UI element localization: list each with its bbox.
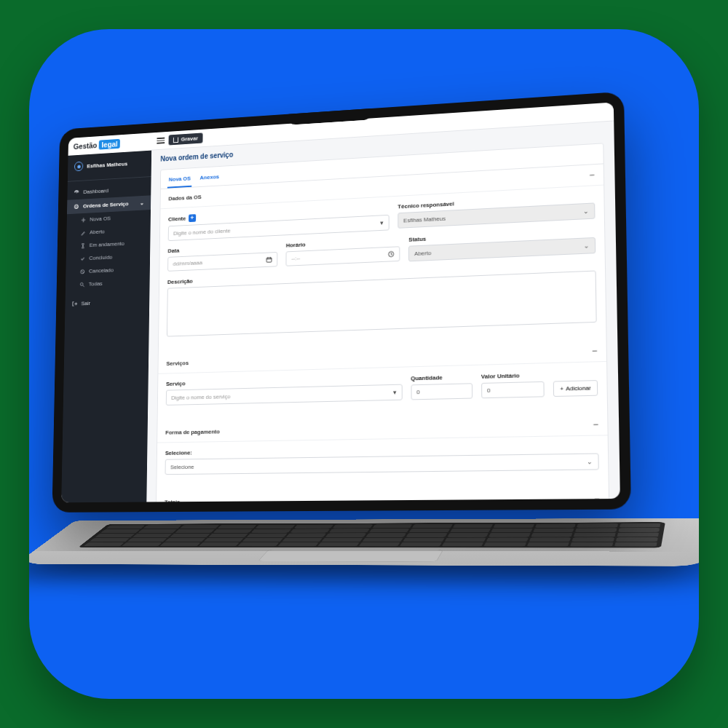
qty-label: Quantidade: [411, 374, 472, 382]
time-placeholder: --:--: [291, 256, 300, 262]
save-button-label: Gravar: [181, 135, 198, 143]
status-value: Aberto: [414, 250, 431, 257]
check-icon: [80, 256, 85, 262]
edit-icon: [81, 230, 86, 236]
avatar-icon: [74, 162, 83, 172]
gauge-icon: [74, 189, 79, 196]
content-scroll: Nova ordem de serviço Nova OS Anexos Dad…: [146, 122, 620, 502]
service-placeholder: Digite o nome do serviço: [171, 393, 230, 401]
tech-label: Técnico responsável: [397, 194, 595, 210]
chevron-down-icon: ⌄: [583, 242, 589, 250]
laptop-trackpad: [258, 550, 444, 562]
section-title: Dados da OS: [168, 194, 201, 202]
tech-value: Esfihas Matheus: [403, 215, 446, 224]
sidebar-item-logout[interactable]: Sair: [65, 294, 149, 312]
brand-text-2: legal: [99, 139, 120, 150]
save-button[interactable]: Gravar: [169, 133, 203, 146]
chevron-down-icon: ▾: [380, 219, 384, 226]
section-title: Totais: [165, 499, 180, 502]
collapse-icon: −: [594, 494, 600, 502]
client-label-text: Cliente: [168, 215, 186, 223]
laptop-screen-frame: Gestão legal Esfihas Matheus Dashboard: [52, 92, 630, 513]
tab-new-os[interactable]: Nova OS: [167, 173, 192, 189]
add-client-button[interactable]: +: [189, 215, 196, 223]
plus-icon: [81, 217, 86, 223]
status-select[interactable]: Aberto ⌄: [408, 237, 596, 261]
svg-point-1: [76, 206, 77, 207]
qty-value: 0: [416, 389, 419, 395]
sidebar-sub-label: Cancelado: [89, 267, 114, 274]
sidebar-sub-label: Aberto: [90, 229, 105, 235]
chevron-down-icon: ▾: [393, 389, 397, 396]
collapse-icon: −: [593, 420, 598, 430]
chevron-down-icon: ⌄: [583, 207, 589, 215]
qty-input[interactable]: 0: [411, 384, 472, 400]
sidebar-item-label: Ordens de Serviço: [83, 201, 129, 210]
sidebar: Gestão legal Esfihas Matheus Dashboard: [61, 133, 151, 503]
laptop-keyboard: [78, 523, 665, 548]
sidebar-sub-all[interactable]: Todas: [66, 275, 150, 292]
logout-icon: [71, 301, 77, 307]
time-input[interactable]: --:--: [286, 247, 400, 267]
clock-icon: [388, 251, 395, 258]
user-name: Esfihas Matheus: [87, 161, 127, 170]
section-title: Serviços: [166, 360, 189, 367]
app-screen: Gestão legal Esfihas Matheus Dashboard: [61, 103, 620, 503]
section-body-os-data: Cliente + Digite o nome do cliente ▾: [159, 186, 606, 354]
section-body-payment: Selecione: Selecione ⌄: [157, 436, 609, 492]
unit-value: 0: [487, 387, 491, 394]
status-label: Status: [408, 228, 596, 243]
svg-rect-4: [266, 258, 272, 262]
chevron-down-icon: ⌄: [587, 458, 593, 466]
hourglass-icon: [80, 243, 85, 249]
payment-select-value: Selecione: [170, 464, 194, 470]
date-input[interactable]: dd/mm/aaaa: [167, 252, 277, 272]
client-placeholder: Digite o nome do cliente: [173, 228, 230, 237]
sidebar-item-label: Sair: [81, 301, 90, 307]
main-card: Nova OS Anexos Dados da OS −: [155, 143, 610, 502]
sidebar-item-label: Dashboard: [83, 188, 108, 195]
unit-label: Valor Unitário: [481, 372, 545, 380]
service-label: Serviço: [166, 375, 402, 387]
tab-attachments[interactable]: Anexos: [199, 171, 221, 187]
sidebar-sub-label: Concluído: [89, 254, 112, 261]
backdrop-card: Gestão legal Esfihas Matheus Dashboard: [29, 29, 699, 699]
brand-text-1: Gestão: [74, 141, 98, 151]
sidebar-sub-label: Todas: [89, 281, 103, 288]
plus-icon: +: [560, 386, 563, 392]
search-icon: [79, 282, 84, 288]
ban-icon: [80, 269, 85, 274]
save-icon: [173, 137, 178, 143]
sidebar-nav: Dashboard Ordens de Serviço ⌄ Nova OS: [65, 177, 151, 312]
gears-icon: [74, 204, 79, 210]
chevron-down-icon: ⌄: [140, 200, 144, 207]
collapse-icon: −: [589, 171, 594, 180]
service-input[interactable]: Digite o nome do serviço ▾: [166, 384, 403, 405]
collapse-icon: −: [592, 347, 597, 356]
main-area: Gravar Nova ordem de serviço Nova OS Ane…: [146, 103, 620, 502]
calendar-icon: [266, 256, 272, 263]
laptop-base: [29, 518, 699, 566]
sidebar-sub-label: Em andamento: [90, 241, 124, 249]
add-button-label: Adicionar: [566, 385, 591, 392]
date-placeholder: dd/mm/aaaa: [173, 260, 202, 267]
sidebar-sub-label: Nova OS: [90, 215, 111, 223]
section-title: Forma de pagamento: [165, 428, 220, 435]
add-service-button[interactable]: + Adicionar: [553, 380, 598, 397]
payment-select[interactable]: Selecione ⌄: [165, 454, 599, 475]
unit-input[interactable]: 0: [481, 381, 545, 398]
laptop-mockup: Gestão legal Esfihas Matheus Dashboard: [50, 87, 699, 661]
menu-toggle-button[interactable]: [157, 138, 165, 144]
payment-select-label: Selecione:: [165, 443, 599, 456]
